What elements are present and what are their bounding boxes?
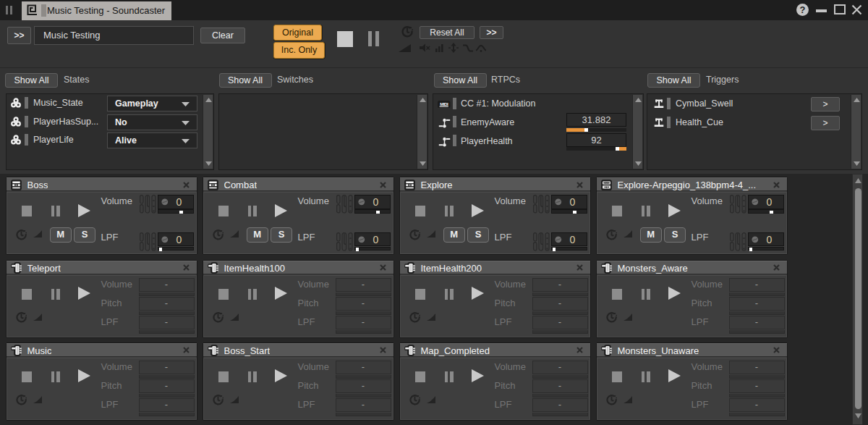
svg-text:MIDI: MIDI [440, 101, 448, 106]
